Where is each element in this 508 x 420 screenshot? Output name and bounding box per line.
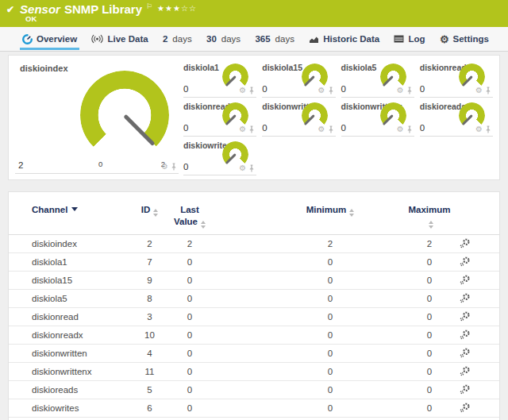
- channel-gauge-value: 0: [341, 84, 346, 94]
- column-header-channel[interactable]: Channel: [9, 194, 128, 234]
- channel-table-row: diskiola5 8 0 0 0: [9, 289, 499, 307]
- channel-table-panel: Channel ID Last Value Minimum Maximum: [8, 191, 500, 420]
- cell-channel-actions: [453, 380, 477, 399]
- channel-gauge-value: 0: [183, 84, 188, 94]
- channel-settings-icon[interactable]: [460, 403, 471, 414]
- channel-gauge-actions: ⚙: [239, 87, 255, 94]
- channel-settings-icon[interactable]: [460, 311, 471, 323]
- channel-table-row: diskiola1 7 0 0 0: [9, 252, 499, 271]
- spacer: [382, 399, 406, 417]
- live-data-icon: [91, 34, 103, 44]
- channel-table-row: diskionwritten 4 0 0 0: [9, 344, 499, 362]
- channel-settings-icon[interactable]: [460, 329, 471, 341]
- cell-channel-name: diskioreads: [9, 380, 128, 399]
- gauge-settings-icon[interactable]: ⚙: [475, 125, 483, 133]
- primary-gauge-actions: ⚙: [161, 163, 177, 171]
- channel-settings-icon[interactable]: [460, 293, 471, 305]
- page-title: SNMP Library: [64, 2, 142, 16]
- stars-filled[interactable]: ★★★: [157, 4, 181, 13]
- gauge-settings-icon[interactable]: ⚙: [397, 87, 404, 94]
- channel-gauge-cell[interactable]: diskioreads 0 ⚙: [420, 98, 493, 137]
- column-header-minimum[interactable]: Minimum: [279, 194, 382, 234]
- channel-gauge-cell[interactable]: diskiowrites 0 ⚙: [183, 137, 256, 175]
- tab-historic-data[interactable]: Historic Data: [309, 27, 379, 51]
- gauge-pin-icon[interactable]: [248, 87, 255, 94]
- flag-icon[interactable]: ⚐: [146, 2, 152, 10]
- channel-gauge-cell[interactable]: diskiola5 0 ⚙: [341, 59, 414, 98]
- column-header-last-value[interactable]: Last Value: [171, 194, 208, 234]
- channel-settings-icon[interactable]: [460, 348, 471, 360]
- channel-table-row: diskioindex 2 2 2 2: [9, 234, 499, 252]
- gauge-settings-icon[interactable]: ⚙: [161, 163, 168, 171]
- gauge-settings-icon[interactable]: ⚙: [475, 87, 483, 94]
- spacer: [208, 194, 279, 234]
- gauge-pin-icon[interactable]: [328, 87, 334, 94]
- channel-gauge-actions: ⚙: [397, 87, 413, 94]
- cell-channel-name: diskiowrites: [9, 399, 128, 417]
- channel-gauge-cell[interactable]: diskionread 0 ⚙: [420, 59, 493, 98]
- tab-365-days[interactable]: 365 days: [255, 27, 294, 51]
- channel-settings-icon[interactable]: [460, 275, 471, 287]
- gauge-pin-icon[interactable]: [406, 87, 413, 94]
- tab-live-data[interactable]: Live Data: [91, 27, 148, 51]
- gauge-settings-icon[interactable]: ⚙: [239, 87, 246, 94]
- spacer: [208, 399, 279, 417]
- historic-chart-icon: [309, 35, 319, 44]
- spacer: [208, 417, 279, 420]
- gauge-pin-icon[interactable]: [406, 125, 413, 133]
- channel-gauge-cell[interactable]: diskiola15 0 ⚙: [262, 59, 335, 98]
- column-header-id[interactable]: ID: [128, 194, 171, 234]
- tab-2-days[interactable]: 2 days: [163, 27, 192, 51]
- spacer: [382, 234, 406, 252]
- spacer: [382, 307, 406, 326]
- spacer: [208, 307, 279, 326]
- gauge-pin-icon[interactable]: [248, 125, 255, 133]
- gauge-pin-icon[interactable]: [248, 164, 255, 172]
- cell-last-value: 0: [171, 307, 208, 326]
- primary-gauge-cell[interactable]: diskioindex 0 2 2 ⚙: [15, 59, 179, 174]
- channel-table-row: Downtime -4: [9, 417, 499, 420]
- gauge-settings-icon[interactable]: ⚙: [397, 125, 404, 133]
- spacer: [382, 289, 406, 307]
- channel-settings-icon[interactable]: [460, 366, 471, 378]
- cell-maximum: 0: [406, 399, 453, 417]
- cell-channel-id: 2: [128, 234, 171, 252]
- channel-gauge-cell[interactable]: diskionwrittenx 0 ⚙: [341, 98, 414, 137]
- gauge-settings-icon[interactable]: ⚙: [239, 164, 246, 172]
- gauge-settings-icon[interactable]: ⚙: [318, 125, 325, 133]
- stars-empty[interactable]: ☆☆: [181, 4, 197, 13]
- cell-last-value: 0: [171, 271, 208, 289]
- gauge-pin-icon[interactable]: [485, 125, 491, 133]
- channel-settings-icon[interactable]: [460, 238, 471, 250]
- gauge-pin-icon[interactable]: [485, 87, 491, 94]
- cell-minimum: [279, 417, 382, 420]
- channel-gauge-cell[interactable]: diskiola1 0 ⚙: [183, 59, 256, 98]
- spacer: [477, 252, 499, 271]
- channel-gauge-actions: ⚙: [318, 87, 334, 94]
- channel-gauge-cell[interactable]: diskionreadx 0 ⚙: [183, 98, 256, 137]
- channel-table-row: diskiola15 9 0 0 0: [9, 271, 499, 289]
- channel-settings-icon[interactable]: [460, 256, 471, 268]
- gauge-settings-icon[interactable]: ⚙: [318, 87, 325, 94]
- cell-minimum: 0: [279, 362, 382, 380]
- gauge-pin-icon[interactable]: [328, 125, 334, 133]
- spacer: [477, 399, 499, 417]
- cell-last-value: 0: [171, 380, 208, 399]
- gauge-pin-icon[interactable]: [171, 163, 177, 171]
- cell-last-value: 2: [171, 234, 208, 252]
- column-header-maximum[interactable]: Maximum: [406, 194, 453, 234]
- priority-stars[interactable]: ★★★☆☆: [157, 4, 197, 13]
- channel-settings-icon[interactable]: [460, 384, 471, 396]
- cell-channel-name: Downtime: [9, 417, 128, 420]
- gauge-settings-icon[interactable]: ⚙: [239, 125, 246, 133]
- cell-minimum: 0: [279, 326, 382, 344]
- cell-channel-id: 11: [128, 362, 171, 380]
- cell-minimum: 0: [279, 289, 382, 307]
- tab-30-days[interactable]: 30 days: [206, 27, 241, 51]
- tab-settings[interactable]: ⚙ Settings: [440, 27, 489, 51]
- channel-gauge-cell[interactable]: diskionwritten 0 ⚙: [262, 98, 335, 137]
- cell-channel-name: diskionwritten: [9, 344, 128, 362]
- tab-overview[interactable]: Overview: [22, 27, 77, 51]
- cell-channel-name: diskiola15: [9, 271, 128, 289]
- tab-log[interactable]: Log: [394, 27, 425, 51]
